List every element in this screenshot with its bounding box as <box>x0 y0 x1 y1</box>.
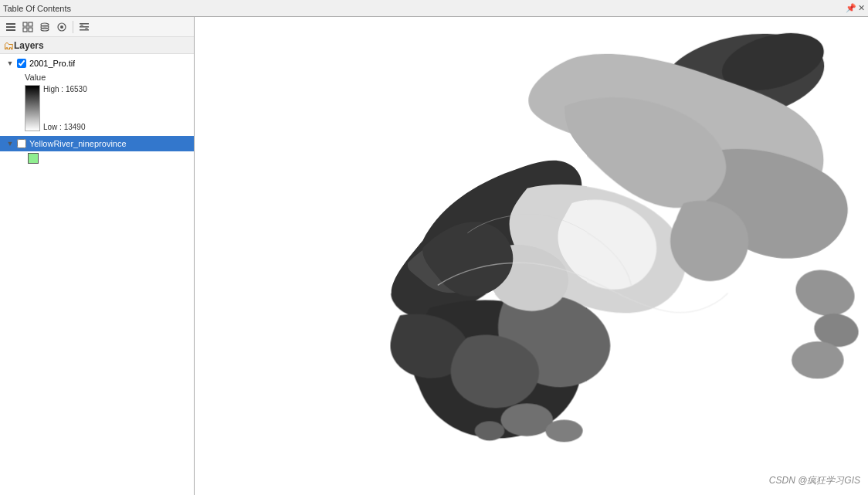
svg-point-11 <box>60 25 63 29</box>
main-layout: 🗂 Layers ▼ 2001_Pro.tif Value High : 165… <box>0 17 868 495</box>
svg-rect-2 <box>6 29 15 31</box>
layers-label: Layers <box>14 40 44 51</box>
map-area[interactable]: CSDN @疯狂学习GIS <box>195 17 868 495</box>
svg-rect-5 <box>23 28 27 32</box>
expand-icon-2[interactable]: ▼ <box>6 140 14 147</box>
legend-values-1: High : 16530 Low : 13490 <box>43 85 87 131</box>
legend-label-1: Value <box>25 71 194 83</box>
svg-point-9 <box>41 28 49 31</box>
layer-row-1[interactable]: ▼ 2001_Pro.tif <box>0 56 194 71</box>
svg-rect-1 <box>6 26 15 28</box>
title-bar: Table Of Contents 📌 ✕ <box>0 0 868 17</box>
layer-name-1: 2001_Pro.tif <box>29 59 75 68</box>
layer-checkbox-1[interactable] <box>17 59 26 68</box>
svg-rect-15 <box>81 25 83 26</box>
svg-point-25 <box>475 421 505 440</box>
layer-name-2: YellowRiver_nineprovince <box>29 139 127 148</box>
layer-item-2: ▼ YellowRiver_nineprovince <box>0 134 194 165</box>
tree-view-btn[interactable] <box>20 19 36 35</box>
toc-toolbar <box>0 17 194 37</box>
toc-content: 🗂 Layers ▼ 2001_Pro.tif Value High : 165… <box>0 37 194 495</box>
layer-row-2[interactable]: ▼ YellowRiver_nineprovince <box>0 136 194 151</box>
left-panel: 🗂 Layers ▼ 2001_Pro.tif Value High : 165… <box>0 17 195 495</box>
legend-low-label: Low : 13490 <box>43 123 87 131</box>
legend-section-1: Value High : 16530 Low : 13490 <box>0 71 194 133</box>
legend-color-swatch-2 <box>28 153 39 164</box>
title-bar-controls: 📌 ✕ <box>846 3 865 13</box>
legend-high-label: High : 16530 <box>43 85 87 93</box>
svg-rect-12 <box>80 23 89 25</box>
layer-checkbox-2[interactable] <box>17 139 26 148</box>
layers-group-header: 🗂 Layers <box>0 37 194 54</box>
close-icon[interactable]: ✕ <box>858 3 865 13</box>
legend-gradient-1 <box>25 85 40 131</box>
watermark: CSDN @疯狂学习GIS <box>769 474 860 487</box>
toc-title-text: Table Of Contents <box>3 4 71 13</box>
pin-icon[interactable]: 📌 <box>846 3 856 13</box>
svg-point-22 <box>792 341 844 378</box>
svg-rect-16 <box>86 28 87 29</box>
map-svg <box>195 17 868 495</box>
svg-point-23 <box>500 403 553 436</box>
source-view-btn[interactable] <box>54 19 70 35</box>
svg-point-24 <box>545 419 582 442</box>
svg-rect-0 <box>6 23 15 25</box>
legend-gradient-row-1: High : 16530 Low : 13490 <box>25 83 194 133</box>
layers-folder-icon: 🗂 <box>3 39 14 52</box>
list-view-btn[interactable] <box>3 19 19 35</box>
layer-item-1: ▼ 2001_Pro.tif Value High : 16530 Low : … <box>0 54 194 134</box>
svg-rect-3 <box>23 22 27 26</box>
layer-view-btn[interactable] <box>37 19 53 35</box>
title-bar-left: Table Of Contents <box>3 4 71 13</box>
svg-rect-4 <box>29 22 32 26</box>
options-btn[interactable] <box>76 19 92 35</box>
expand-icon-1[interactable]: ▼ <box>6 59 14 67</box>
legend-section-2 <box>0 151 194 164</box>
svg-rect-6 <box>29 28 32 32</box>
toolbar-sep <box>73 21 73 33</box>
